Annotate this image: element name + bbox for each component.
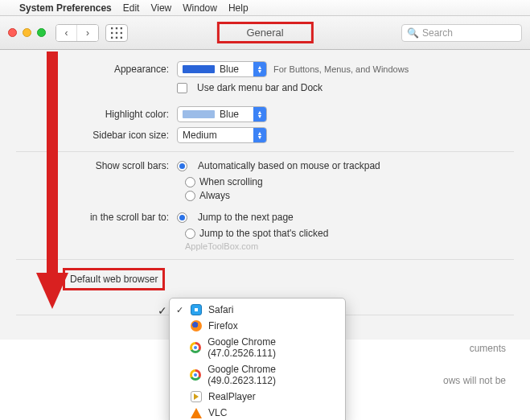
scrollbars-radio-when[interactable] [185,177,195,187]
vlc-icon [191,408,202,418]
chevron-updown-icon: ▲▼ [253,62,266,76]
scrollbars-label: Show scroll bars: [16,160,177,171]
appearance-value: Blue [220,64,253,75]
divider [16,151,514,152]
dropdown-label: Google Chrome (47.0.2526.111) [207,336,337,359]
view-menu[interactable]: View [150,2,171,14]
firefox-icon [191,320,202,331]
prefs-content: Appearance: Blue ▲▼ For Buttons, Menus, … [0,50,530,340]
scrollbars-radio-always[interactable] [185,191,195,201]
appearance-hint: For Buttons, Menus, and Windows [273,64,409,74]
scrollclick-radio-page[interactable] [177,212,187,223]
svg-rect-0 [111,27,113,29]
app-menu[interactable]: System Preferences [19,2,112,14]
dropdown-item-firefox[interactable]: Firefox [170,318,345,334]
sidebar-size-select[interactable]: Medium ▲▼ [177,127,267,143]
highlight-select[interactable]: Blue ▲▼ [177,106,267,122]
dark-mode-label: Use dark menu bar and Dock [197,82,323,93]
dark-mode-checkbox[interactable] [177,83,187,93]
divider [16,259,514,260]
chrome-icon [190,369,201,381]
svg-rect-5 [121,31,122,33]
scrollbars-option-0: Automatically based on mouse or trackpad [198,160,380,171]
forward-button[interactable]: › [77,25,98,41]
window-toolbar: ‹ › General 🔍 Search [0,16,530,50]
watermark-text: AppleToolBox.com [185,241,514,251]
grid-icon [111,27,122,39]
show-all-button[interactable] [105,24,128,42]
dropdown-item-safari[interactable]: ✓Safari [170,302,345,318]
chevron-updown-icon: ▲▼ [253,107,266,121]
svg-rect-6 [111,36,113,38]
dropdown-label: Safari [208,304,233,315]
highlight-label: Highlight color: [16,109,177,120]
window-title: General [216,22,313,43]
checkmark-icon: ✓ [158,304,167,317]
svg-rect-8 [121,36,122,38]
default-browser-label: Default web browser [63,268,165,290]
default-browser-dropdown[interactable]: ✓Safari Firefox Google Chrome (47.0.2526… [169,298,346,420]
dropdown-item-chrome-49[interactable]: Google Chrome (49.0.2623.112) [170,361,345,389]
search-field[interactable]: 🔍 Search [401,24,522,42]
highlight-value: Blue [220,109,253,120]
edit-menu[interactable]: Edit [123,2,140,14]
scrollbars-option-1: When scrolling [199,176,263,187]
color-swatch-icon [183,65,215,73]
svg-rect-2 [121,27,122,29]
search-icon: 🔍 [407,27,419,39]
dropdown-label: Firefox [208,320,238,331]
minimize-button[interactable] [23,28,31,37]
svg-rect-4 [116,31,117,33]
scrollclick-label: in the scroll bar to: [16,212,177,223]
search-placeholder: Search [422,27,453,39]
obscured-text: ows will not be [443,375,506,386]
sidebar-size-label: Sidebar icon size: [16,130,177,141]
obscured-text: cuments [470,343,506,354]
dropdown-label: RealPlayer [208,391,256,402]
appearance-label: Appearance: [16,64,177,75]
traffic-lights [8,28,46,37]
dropdown-label: VLC [208,407,227,418]
window-menu[interactable]: Window [183,2,217,14]
color-swatch-icon [183,110,215,118]
scrollclick-option-1: Jump to the spot that's clicked [199,228,328,239]
appearance-select[interactable]: Blue ▲▼ [177,61,267,77]
chevron-updown-icon: ▲▼ [253,128,266,142]
svg-rect-1 [116,27,117,29]
sidebar-size-value: Medium [183,130,253,141]
checkmark-icon: ✓ [175,305,184,315]
help-menu[interactable]: Help [228,2,249,14]
back-button[interactable]: ‹ [56,25,77,41]
chrome-icon [190,342,201,353]
close-button[interactable] [8,28,17,37]
dropdown-label: Google Chrome (49.0.2623.112) [207,364,337,386]
safari-icon [191,304,202,315]
menubar: System Preferences Edit View Window Help [0,0,530,16]
svg-rect-3 [111,31,113,33]
scrollclick-option-0: Jump to the next page [198,212,294,223]
scrollbars-radio-auto[interactable] [177,161,187,171]
dropdown-item-realplayer[interactable]: RealPlayer [170,389,345,405]
scrollbars-option-2: Always [199,190,230,201]
zoom-button[interactable] [37,28,46,37]
dropdown-item-chrome-47[interactable]: Google Chrome (47.0.2526.111) [170,334,345,361]
realplayer-icon [191,391,202,402]
nav-segment: ‹ › [55,24,99,42]
dropdown-item-vlc[interactable]: VLC [170,405,345,420]
scrollclick-radio-spot[interactable] [185,229,195,239]
window-title-wrap: General [216,27,313,39]
svg-rect-7 [116,36,117,38]
